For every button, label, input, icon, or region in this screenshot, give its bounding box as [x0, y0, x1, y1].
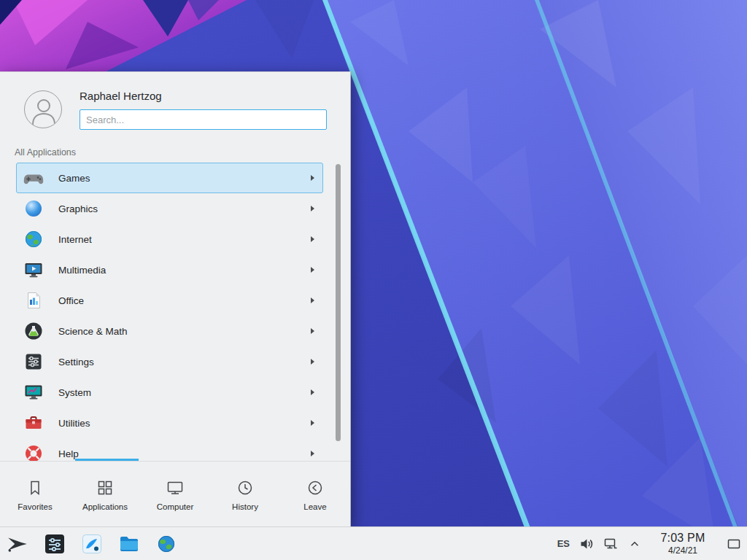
submenu-arrow-icon	[311, 451, 314, 456]
clock[interactable]: 7:03 PM 4/24/21	[654, 532, 711, 555]
submenu-arrow-icon	[311, 359, 314, 365]
submenu-arrow-icon	[311, 389, 314, 395]
show-desktop-icon	[727, 537, 741, 551]
multimedia-icon	[23, 260, 44, 280]
volume-icon[interactable]	[579, 537, 594, 551]
settings-icon	[23, 351, 44, 372]
tab-favorites[interactable]: Favorites	[0, 462, 70, 526]
office-icon	[23, 290, 44, 311]
application-launcher-button[interactable]	[4, 529, 31, 559]
text-editor-taskbar-button[interactable]	[79, 529, 105, 559]
category-office[interactable]: Office	[16, 285, 323, 316]
category-system[interactable]: System	[16, 377, 323, 408]
taskbar: ES	[0, 526, 747, 560]
keyboard-layout-indicator[interactable]: ES	[557, 538, 570, 549]
clock-date: 4/24/21	[668, 546, 697, 555]
expand-tray-icon[interactable]	[627, 537, 642, 551]
launcher-footer-tabs: Favorites Applications	[0, 461, 350, 526]
tab-leave[interactable]: Leave	[280, 462, 350, 526]
graphics-icon	[23, 198, 44, 219]
tab-computer[interactable]: Computer	[140, 462, 210, 526]
submenu-arrow-icon	[311, 267, 314, 273]
application-launcher-menu: Raphael Hertzog All Applications Games	[0, 71, 351, 526]
category-utilities[interactable]: Utilities	[16, 408, 323, 438]
search-input[interactable]	[80, 109, 327, 130]
submenu-arrow-icon	[311, 206, 314, 211]
web-browser-icon	[156, 534, 177, 554]
user-name: Raphael Hertzog	[80, 90, 327, 103]
system-settings-taskbar-button[interactable]	[42, 529, 68, 559]
tab-applications[interactable]: Applications	[70, 462, 140, 526]
science-icon	[23, 321, 44, 341]
clock-time: 7:03 PM	[661, 532, 705, 544]
submenu-arrow-icon	[311, 298, 314, 303]
category-internet[interactable]: Internet	[16, 224, 323, 254]
utilities-icon	[23, 413, 44, 433]
applications-icon	[96, 478, 115, 497]
category-graphics[interactable]: Graphics	[16, 193, 323, 224]
system-tray: ES	[557, 529, 744, 559]
tab-history[interactable]: History	[210, 462, 280, 526]
file-manager-taskbar-button[interactable]	[116, 529, 142, 559]
text-editor-icon	[81, 533, 103, 555]
submenu-arrow-icon	[311, 328, 314, 334]
active-tab-indicator	[75, 459, 139, 461]
submenu-arrow-icon	[311, 420, 314, 426]
help-icon	[23, 443, 44, 461]
internet-icon	[23, 229, 44, 249]
leave-icon	[306, 478, 325, 497]
launcher-header: Raphael Hertzog	[0, 72, 350, 142]
category-multimedia[interactable]: Multimedia	[16, 254, 323, 285]
network-icon[interactable]	[603, 537, 618, 551]
web-browser-taskbar-button[interactable]	[153, 529, 179, 559]
taskbar-launchers	[4, 529, 179, 559]
category-games[interactable]: Games	[16, 163, 323, 193]
history-icon	[236, 478, 255, 497]
desktop: Raphael Hertzog All Applications Games	[0, 0, 747, 560]
user-avatar[interactable]	[24, 90, 62, 128]
file-manager-icon	[118, 533, 140, 555]
system-settings-icon	[44, 533, 66, 555]
system-icon	[23, 382, 44, 402]
favorites-icon	[26, 478, 44, 497]
category-help[interactable]: Help	[16, 438, 323, 461]
show-desktop-button[interactable]	[724, 529, 744, 559]
application-launcher-icon	[6, 532, 29, 556]
category-list: Games Graphics	[0, 163, 350, 461]
submenu-arrow-icon	[311, 236, 314, 242]
submenu-arrow-icon	[311, 175, 314, 181]
category-science-math[interactable]: Science & Math	[16, 316, 323, 346]
scrollbar-thumb[interactable]	[336, 164, 341, 441]
user-icon	[25, 91, 62, 128]
section-label: All Applications	[15, 147, 76, 158]
category-settings[interactable]: Settings	[16, 346, 323, 377]
games-icon	[23, 168, 44, 188]
computer-icon	[166, 478, 185, 497]
